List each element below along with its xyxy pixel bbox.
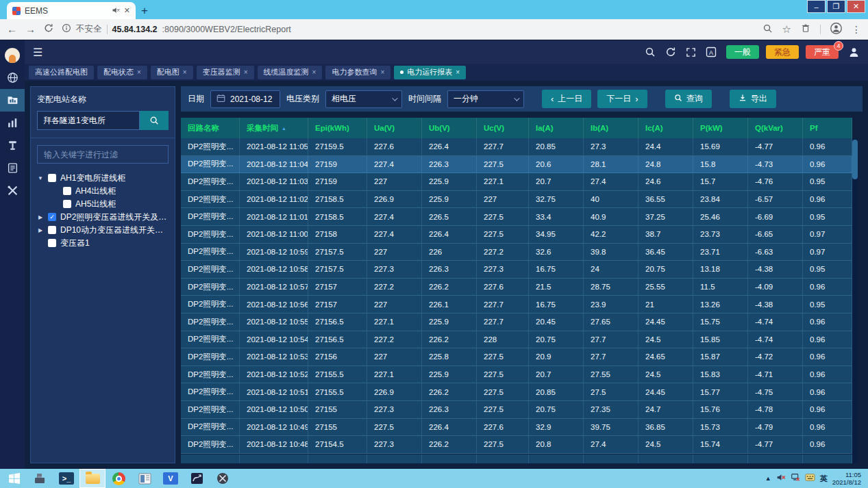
table-row[interactable]: DP2照明变... 2021-08-12 11:00 27158 227.4 2… [181, 226, 852, 244]
column-header[interactable]: 采集时间 ▲ [240, 118, 308, 138]
close-nav-tab-icon[interactable]: × [244, 68, 248, 76]
table-row[interactable]: DP2照明变... 2021-08-12 10:53 27156 227 225… [181, 348, 852, 366]
column-header[interactable]: Q(kVar) ▲ [748, 118, 803, 138]
column-header[interactable]: Ic(A) ▲ [638, 118, 693, 138]
taskbar-clock[interactable]: 11:05 2021/8/12 [832, 471, 861, 487]
table-row[interactable]: DP2照明变... 2021-08-12 11:01 27158.5 227.4… [181, 208, 852, 226]
scrollbar-thumb[interactable] [852, 140, 858, 179]
table-row[interactable]: DP2照明变... 2021-08-12 10:58 27157.5 227.3… [181, 261, 852, 279]
table-row[interactable]: DP2照明变... 2021-08-12 10:49 27155 227.5 2… [181, 419, 852, 437]
column-header[interactable]: 回路名称 ▲ [181, 118, 240, 138]
browser-tab[interactable]: EEMS ✕ [7, 2, 136, 19]
tree-checkbox[interactable] [48, 226, 56, 234]
table-row[interactable]: DP2照明变... 2021-08-12 10:56 27157 227 226… [181, 296, 852, 313]
nav-tab[interactable]: 配电状态 × [97, 66, 147, 79]
window-maximize-button[interactable]: ❐ [827, 0, 845, 13]
trash-icon[interactable] [801, 23, 810, 35]
tree-caret-icon[interactable] [37, 214, 44, 220]
translate-icon[interactable]: A [706, 47, 717, 57]
table-row[interactable]: DP2照明变... 2021-08-12 10:48 27154.5 227.3… [181, 436, 852, 454]
tree-node[interactable]: DP2照明变压器进线开关及控制室 [37, 211, 169, 223]
next-day-button[interactable]: 下一日 › [597, 90, 647, 108]
profile-icon[interactable] [830, 23, 842, 36]
table-row[interactable]: DP2照明变... 2021-08-12 10:50 27155 227.3 2… [181, 401, 852, 419]
chrome-icon[interactable] [106, 469, 132, 488]
server-manager-icon[interactable] [27, 469, 53, 488]
back-icon[interactable]: ← [7, 23, 17, 35]
network-disconnected-icon[interactable] [791, 473, 800, 484]
column-header[interactable]: Ua(V) ▲ [367, 118, 422, 138]
table-row[interactable]: DP2照明变... 2021-08-12 10:59 27157.5 227 2… [181, 244, 852, 261]
viewer-app-icon[interactable] [132, 469, 158, 488]
tree-caret-icon[interactable] [37, 227, 44, 233]
table-row[interactable]: DP2照明变... 2021-08-12 10:54 27156.5 227.2… [181, 331, 852, 349]
table-row[interactable]: DP2照明变... 2021-08-12 11:05 27159.5 227.6… [181, 138, 852, 156]
alert-level-button[interactable]: 紧急 [766, 45, 799, 59]
vmware-icon[interactable]: V [158, 469, 184, 488]
nav-tab[interactable]: 配电图 × [151, 66, 193, 79]
close-nav-tab-icon[interactable]: × [380, 68, 384, 76]
file-explorer-icon[interactable] [79, 469, 106, 488]
documents-icon[interactable] [0, 157, 25, 179]
table-row[interactable]: DP2照明变... 2021-08-12 10:52 27155.5 227.1… [181, 366, 852, 384]
new-tab-button[interactable]: + [136, 2, 153, 19]
tree-checkbox[interactable] [48, 174, 56, 182]
tree-node[interactable]: DP10动力变压器进线开关及控制室 [37, 224, 169, 236]
nav-tab[interactable]: 线缆温度监测 × [258, 66, 323, 79]
window-minimize-button[interactable]: – [807, 0, 826, 13]
close-nav-tab-icon[interactable]: × [183, 68, 187, 76]
table-row[interactable]: DP2照明变... 2021-08-12 10:55 27156.5 227.1… [181, 313, 852, 331]
powershell-icon[interactable]: >_ [53, 469, 79, 488]
tree-node[interactable]: AH4出线柜 [37, 185, 169, 197]
column-header[interactable]: Ub(V) ▲ [422, 118, 477, 138]
reports-icon[interactable] [0, 89, 25, 112]
reload-icon[interactable] [44, 23, 53, 35]
table-row[interactable]: DP2照明变... 2021-08-12 10:51 27155.5 226.9… [181, 383, 852, 401]
table-row[interactable]: DP2照明变... 2021-08-12 11:02 27158.5 226.9… [181, 191, 852, 209]
tree-caret-icon[interactable] [37, 175, 44, 181]
column-header[interactable]: Epi(kWh) ▲ [308, 118, 367, 138]
tools-icon[interactable] [0, 179, 25, 202]
hamburger-menu-icon[interactable]: ☰ [33, 46, 42, 59]
forward-icon[interactable]: → [25, 23, 36, 35]
zoom-icon[interactable] [762, 23, 773, 36]
globe-icon[interactable] [0, 66, 25, 89]
ime-language-indicator[interactable]: 英 [820, 474, 828, 484]
alert-level-button[interactable]: 严重 4 [806, 45, 839, 59]
close-nav-tab-icon[interactable]: × [456, 68, 460, 76]
alert-level-button[interactable]: 一般 [726, 45, 759, 59]
refresh-icon[interactable] [665, 47, 676, 57]
prev-day-button[interactable]: ‹ 上一日 [542, 90, 591, 108]
column-header[interactable]: Pf ▲ [803, 118, 852, 138]
close-tab-icon[interactable]: ✕ [124, 6, 130, 15]
nav-tab[interactable]: 电力运行报表 × [394, 66, 466, 79]
table-row[interactable]: DP2照明变... 2021-08-12 10:57 27157 227.2 2… [181, 279, 852, 296]
bookmark-star-icon[interactable]: ☆ [782, 23, 791, 36]
sort-icon[interactable]: ▲ [282, 126, 286, 131]
terminal-app-icon[interactable] [184, 469, 210, 488]
inspection-icon[interactable] [0, 134, 25, 157]
voltage-type-select[interactable]: 相电压 [325, 90, 402, 108]
table-row[interactable]: DP2照明变... 2021-08-12 11:04 27159 227.4 2… [181, 156, 852, 174]
speaker-muted-icon[interactable] [776, 473, 786, 484]
nav-tab[interactable]: 电力参数查询 × [325, 66, 390, 79]
interval-select[interactable]: 一分钟 [447, 90, 524, 108]
tree-node[interactable]: 变压器1 [37, 237, 169, 249]
tree-checkbox[interactable] [48, 239, 56, 247]
station-search-button[interactable] [140, 111, 169, 130]
user-avatar[interactable] [0, 44, 25, 66]
settings-tool-icon[interactable] [210, 469, 236, 488]
nav-tab[interactable]: 变压器监测 × [197, 66, 254, 79]
query-button[interactable]: 查询 [665, 90, 712, 108]
export-button[interactable]: 导出 [730, 90, 776, 108]
nav-tab[interactable]: 高速公路配电图 × [29, 66, 94, 79]
table-scrollbar[interactable] [852, 138, 858, 463]
close-nav-tab-icon[interactable]: × [312, 68, 317, 76]
table-row[interactable]: DP2照明变... 2021-08-12 11:03 27159 227 225… [181, 173, 852, 191]
close-nav-tab-icon[interactable]: × [137, 68, 141, 76]
search-icon[interactable] [645, 47, 656, 57]
column-header[interactable]: P(kW) ▲ [693, 118, 748, 138]
column-header[interactable]: Ib(A) ▲ [584, 118, 638, 138]
window-close-button[interactable]: ✕ [847, 0, 865, 13]
tree-checkbox[interactable] [48, 213, 56, 221]
